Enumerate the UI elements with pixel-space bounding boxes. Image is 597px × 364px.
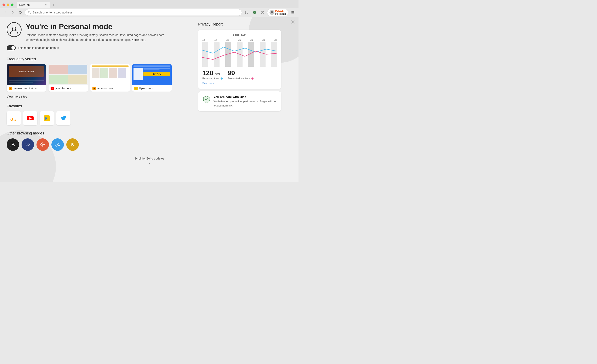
site-url-amazon-prime: amazon.com/prime <box>14 87 37 90</box>
main-content: You're in Personal mode Personal mode re… <box>0 17 298 182</box>
browsing-time-stat: 120 hrs Browsing time <box>202 69 223 80</box>
favorites-grid: a F <box>7 111 193 125</box>
fav-item-twitter[interactable] <box>56 111 71 125</box>
site-card-amazon[interactable]: a amazon.com <box>90 64 130 92</box>
site-footer-amazon-prime: a amazon.com/prime <box>7 85 46 92</box>
favorites-title: Favorites <box>7 104 193 108</box>
svg-point-8 <box>12 27 16 30</box>
profile-labels: DEFAULT Personal <box>275 10 286 15</box>
svg-point-20 <box>42 144 43 145</box>
chart-month-label: APRIL 2021 <box>202 34 277 37</box>
address-bar[interactable] <box>25 9 242 16</box>
flipkart-favicon: F <box>134 87 138 90</box>
browsing-modes-title: Other browsing modes <box>7 131 193 135</box>
chart-svg <box>202 42 277 67</box>
amazon-icon: a <box>10 115 17 122</box>
youtube-favicon: ▶ <box>51 87 54 90</box>
chart-date-labels: 18 19 20 21 22 23 24 <box>202 39 277 41</box>
site-url-flipkart: flipkart.com <box>139 87 153 90</box>
view-more-link[interactable]: View more sites <box>7 95 193 98</box>
fav-item-flipkart[interactable]: F <box>40 111 54 125</box>
site-card-amazon-prime[interactable]: PRIME VIDEO a amazon.com/prime <box>7 64 46 92</box>
safe-text: You are safe with Ulaa We balanced prote… <box>213 95 277 108</box>
mode-child[interactable] <box>51 138 64 151</box>
frequently-visited-title: Frequently visited <box>7 57 193 61</box>
amazon-favicon: a <box>93 87 96 90</box>
mode-title: You're in Personal mode <box>26 22 167 31</box>
trackers-label-row: Prevented trackers <box>228 77 253 80</box>
scroll-footer: Scroll for Zoho updates ⌄ <box>0 154 298 167</box>
frequently-visited-section: Frequently visited <box>7 57 193 98</box>
close-button[interactable] <box>2 4 5 6</box>
toggle-label: This mode is enabled as default <box>18 46 59 49</box>
svg-point-25 <box>57 143 58 145</box>
back-button[interactable] <box>2 9 8 15</box>
mode-incognito[interactable] <box>7 138 19 151</box>
profile-name: Personal <box>275 12 286 15</box>
svg-rect-6 <box>291 13 294 14</box>
browser-title-bar: New Tab ✕ + <box>0 0 298 17</box>
safe-description: We balanced protection, performance. Pag… <box>213 100 277 108</box>
scroll-link[interactable]: Scroll for Zoho updates <box>134 157 164 160</box>
browsing-time-value: 120 hrs <box>202 69 223 77</box>
mode-info: You're in Personal mode Personal mode re… <box>26 22 167 42</box>
tab-title: New Tab <box>19 3 30 7</box>
new-tab-button[interactable]: + <box>51 2 57 8</box>
site-thumbnail-youtube <box>48 64 88 85</box>
profile-default-label: DEFAULT <box>275 10 286 12</box>
browsing-time-dot <box>220 77 223 79</box>
fav-item-youtube[interactable] <box>23 111 37 125</box>
safe-card: You are safe with Ulaa We balanced prote… <box>198 91 281 111</box>
know-more-link[interactable]: Know more <box>132 38 146 41</box>
bookmark-button[interactable] <box>244 9 250 15</box>
site-card-youtube[interactable]: ▶ youtube.com <box>48 64 88 92</box>
minimize-button[interactable] <box>7 4 9 6</box>
svg-point-16 <box>26 144 28 146</box>
navigation-bar: DEFAULT Personal <box>0 8 298 17</box>
main-menu-button[interactable] <box>290 9 296 15</box>
fav-item-amazon[interactable]: a <box>7 111 21 125</box>
flipkart-icon: F <box>44 115 50 121</box>
address-input[interactable] <box>33 11 239 14</box>
browsing-time-label-row: Browsing time <box>202 77 223 80</box>
profile-avatar <box>269 10 275 15</box>
browsing-modes-grid <box>7 138 193 151</box>
avatar <box>7 22 22 37</box>
toggle-knob <box>11 46 15 50</box>
chart-stats: 120 hrs Browsing time 99 <box>202 69 277 80</box>
forward-button[interactable] <box>10 9 16 15</box>
search-icon <box>28 11 31 14</box>
profile-button[interactable]: DEFAULT Personal <box>267 9 288 16</box>
safe-title: You are safe with Ulaa <box>213 95 277 99</box>
refresh-button[interactable] <box>17 9 23 15</box>
tab-close-button[interactable]: ✕ <box>44 3 47 7</box>
left-section: You're in Personal mode Personal mode re… <box>7 22 193 151</box>
twitter-icon <box>61 116 66 121</box>
maximize-button[interactable] <box>11 4 14 6</box>
svg-point-17 <box>28 144 29 146</box>
see-more-link[interactable]: See more <box>202 82 277 85</box>
default-mode-toggle[interactable] <box>7 45 16 50</box>
youtube-icon <box>27 116 34 120</box>
mode-alert[interactable] <box>37 138 49 151</box>
site-url-youtube: youtube.com <box>55 87 71 90</box>
site-card-flipkart[interactable]: Buy Now F flipkart.com <box>132 64 172 92</box>
mode-header: You're in Personal mode Personal mode re… <box>7 22 193 42</box>
privacy-report-card: APRIL 2021 18 19 20 21 22 23 24 <box>198 30 281 89</box>
favorites-section: Favorites a F <box>7 104 193 125</box>
chart-area <box>202 42 277 67</box>
toggle-row: This mode is enabled as default <box>7 45 193 50</box>
site-footer-flipkart: F flipkart.com <box>132 85 172 92</box>
mode-hobby[interactable] <box>66 138 79 151</box>
amazon-prime-thumbnail: PRIME VIDEO <box>7 64 46 85</box>
page-layout: You're in Personal mode Personal mode re… <box>0 17 298 154</box>
active-tab[interactable]: New Tab ✕ <box>17 2 50 8</box>
shield-nav-button[interactable] <box>251 9 258 15</box>
mode-spy[interactable] <box>22 138 34 151</box>
site-footer-youtube: ▶ youtube.com <box>48 85 88 92</box>
mode-description: Personal mode restricts showing user's b… <box>26 33 167 42</box>
frequently-visited-grid: PRIME VIDEO a amazon.com/prime <box>7 64 193 92</box>
extensions-button[interactable] <box>259 9 266 15</box>
browsing-modes-section: Other browsing modes <box>7 131 193 151</box>
privacy-report-title: Privacy Report <box>198 22 281 26</box>
